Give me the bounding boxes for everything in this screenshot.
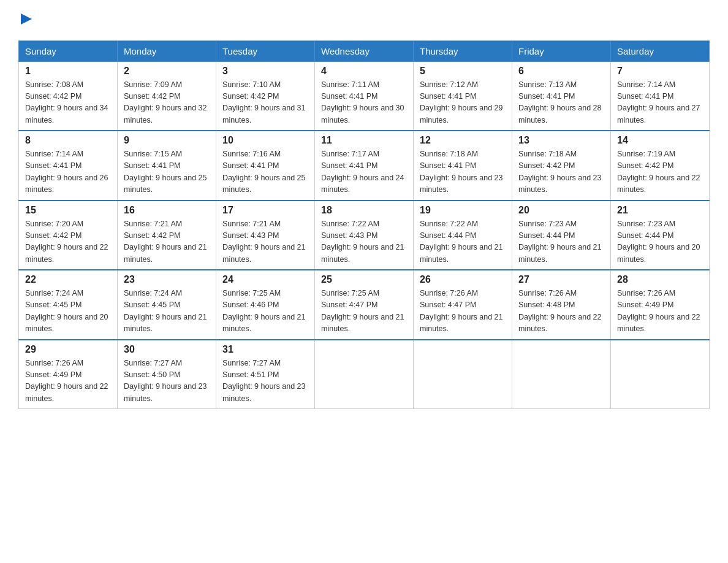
calendar-cell [512, 340, 611, 409]
calendar-cell: 3Sunrise: 7:10 AMSunset: 4:42 PMDaylight… [216, 61, 315, 131]
day-number: 31 [222, 344, 308, 355]
day-number: 16 [124, 205, 210, 216]
calendar-cell: 18Sunrise: 7:22 AMSunset: 4:43 PMDayligh… [315, 201, 414, 270]
calendar-cell [414, 340, 512, 409]
day-info: Sunrise: 7:09 AMSunset: 4:42 PMDaylight:… [124, 79, 210, 127]
calendar-cell: 14Sunrise: 7:19 AMSunset: 4:42 PMDayligh… [611, 131, 710, 201]
day-info: Sunrise: 7:17 AMSunset: 4:41 PMDaylight:… [321, 148, 407, 196]
day-header-monday: Monday [118, 40, 216, 61]
day-number: 14 [617, 135, 703, 146]
day-info: Sunrise: 7:13 AMSunset: 4:41 PMDaylight:… [518, 79, 604, 127]
day-info: Sunrise: 7:16 AMSunset: 4:41 PMDaylight:… [222, 148, 308, 196]
day-info: Sunrise: 7:18 AMSunset: 4:41 PMDaylight:… [420, 148, 506, 196]
day-number: 3 [222, 66, 308, 77]
day-info: Sunrise: 7:14 AMSunset: 4:41 PMDaylight:… [617, 79, 703, 127]
day-number: 18 [321, 205, 407, 216]
logo [18, 12, 33, 28]
calendar-cell: 26Sunrise: 7:26 AMSunset: 4:47 PMDayligh… [414, 270, 512, 340]
day-header-friday: Friday [512, 40, 611, 61]
day-number: 13 [518, 135, 604, 146]
day-info: Sunrise: 7:27 AMSunset: 4:50 PMDaylight:… [124, 358, 210, 405]
calendar-cell: 9Sunrise: 7:15 AMSunset: 4:41 PMDaylight… [118, 131, 216, 201]
day-header-sunday: Sunday [19, 40, 118, 61]
day-info: Sunrise: 7:26 AMSunset: 4:47 PMDaylight:… [420, 288, 506, 335]
calendar-week-1: 1Sunrise: 7:08 AMSunset: 4:42 PMDaylight… [19, 61, 710, 131]
day-info: Sunrise: 7:23 AMSunset: 4:44 PMDaylight:… [617, 218, 703, 266]
svg-marker-0 [21, 13, 32, 25]
day-info: Sunrise: 7:15 AMSunset: 4:41 PMDaylight:… [124, 148, 210, 196]
calendar-table: SundayMondayTuesdayWednesdayThursdayFrid… [18, 40, 710, 410]
calendar-cell [315, 340, 414, 409]
calendar-cell: 8Sunrise: 7:14 AMSunset: 4:41 PMDaylight… [19, 131, 118, 201]
calendar-cell: 31Sunrise: 7:27 AMSunset: 4:51 PMDayligh… [216, 340, 315, 409]
day-info: Sunrise: 7:10 AMSunset: 4:42 PMDaylight:… [222, 79, 308, 127]
day-info: Sunrise: 7:26 AMSunset: 4:49 PMDaylight:… [617, 288, 703, 335]
day-info: Sunrise: 7:21 AMSunset: 4:42 PMDaylight:… [124, 218, 210, 266]
day-number: 11 [321, 135, 407, 146]
calendar-cell: 12Sunrise: 7:18 AMSunset: 4:41 PMDayligh… [414, 131, 512, 201]
day-number: 29 [25, 344, 111, 355]
calendar-cell: 13Sunrise: 7:18 AMSunset: 4:42 PMDayligh… [512, 131, 611, 201]
calendar-cell: 7Sunrise: 7:14 AMSunset: 4:41 PMDaylight… [611, 61, 710, 131]
day-info: Sunrise: 7:24 AMSunset: 4:45 PMDaylight:… [25, 288, 111, 335]
calendar-cell: 30Sunrise: 7:27 AMSunset: 4:50 PMDayligh… [118, 340, 216, 409]
calendar-week-4: 22Sunrise: 7:24 AMSunset: 4:45 PMDayligh… [19, 270, 710, 340]
day-number: 19 [420, 205, 506, 216]
calendar-cell: 23Sunrise: 7:24 AMSunset: 4:45 PMDayligh… [118, 270, 216, 340]
calendar-cell: 10Sunrise: 7:16 AMSunset: 4:41 PMDayligh… [216, 131, 315, 201]
calendar-cell: 1Sunrise: 7:08 AMSunset: 4:42 PMDaylight… [19, 61, 118, 131]
day-number: 24 [222, 274, 308, 285]
day-number: 10 [222, 135, 308, 146]
day-header-row: SundayMondayTuesdayWednesdayThursdayFrid… [19, 40, 710, 61]
calendar-cell: 29Sunrise: 7:26 AMSunset: 4:49 PMDayligh… [19, 340, 118, 409]
day-number: 17 [222, 205, 308, 216]
calendar-cell: 17Sunrise: 7:21 AMSunset: 4:43 PMDayligh… [216, 201, 315, 270]
calendar-week-3: 15Sunrise: 7:20 AMSunset: 4:42 PMDayligh… [19, 201, 710, 270]
day-info: Sunrise: 7:21 AMSunset: 4:43 PMDaylight:… [222, 218, 308, 266]
day-info: Sunrise: 7:25 AMSunset: 4:46 PMDaylight:… [222, 288, 308, 335]
day-number: 22 [25, 274, 111, 285]
day-info: Sunrise: 7:26 AMSunset: 4:49 PMDaylight:… [25, 358, 111, 405]
day-number: 26 [420, 274, 506, 285]
day-info: Sunrise: 7:25 AMSunset: 4:47 PMDaylight:… [321, 288, 407, 335]
calendar-cell: 11Sunrise: 7:17 AMSunset: 4:41 PMDayligh… [315, 131, 414, 201]
day-number: 12 [420, 135, 506, 146]
calendar-cell: 4Sunrise: 7:11 AMSunset: 4:41 PMDaylight… [315, 61, 414, 131]
calendar-cell: 15Sunrise: 7:20 AMSunset: 4:42 PMDayligh… [19, 201, 118, 270]
calendar-cell [611, 340, 710, 409]
day-info: Sunrise: 7:18 AMSunset: 4:42 PMDaylight:… [518, 148, 604, 196]
day-number: 23 [124, 274, 210, 285]
day-number: 7 [617, 66, 703, 77]
day-info: Sunrise: 7:14 AMSunset: 4:41 PMDaylight:… [25, 148, 111, 196]
day-number: 6 [518, 66, 604, 77]
day-number: 8 [25, 135, 111, 146]
day-info: Sunrise: 7:19 AMSunset: 4:42 PMDaylight:… [617, 148, 703, 196]
day-info: Sunrise: 7:23 AMSunset: 4:44 PMDaylight:… [518, 218, 604, 266]
day-number: 1 [25, 66, 111, 77]
calendar-cell: 21Sunrise: 7:23 AMSunset: 4:44 PMDayligh… [611, 201, 710, 270]
day-number: 27 [518, 274, 604, 285]
day-header-saturday: Saturday [611, 40, 710, 61]
calendar-cell: 22Sunrise: 7:24 AMSunset: 4:45 PMDayligh… [19, 270, 118, 340]
day-number: 2 [124, 66, 210, 77]
day-number: 9 [124, 135, 210, 146]
day-header-wednesday: Wednesday [315, 40, 414, 61]
page-header [18, 12, 710, 28]
day-info: Sunrise: 7:11 AMSunset: 4:41 PMDaylight:… [321, 79, 407, 127]
calendar-week-5: 29Sunrise: 7:26 AMSunset: 4:49 PMDayligh… [19, 340, 710, 409]
calendar-cell: 28Sunrise: 7:26 AMSunset: 4:49 PMDayligh… [611, 270, 710, 340]
calendar-cell: 2Sunrise: 7:09 AMSunset: 4:42 PMDaylight… [118, 61, 216, 131]
calendar-week-2: 8Sunrise: 7:14 AMSunset: 4:41 PMDaylight… [19, 131, 710, 201]
calendar-cell: 5Sunrise: 7:12 AMSunset: 4:41 PMDaylight… [414, 61, 512, 131]
day-number: 21 [617, 205, 703, 216]
day-number: 30 [124, 344, 210, 355]
day-number: 20 [518, 205, 604, 216]
day-info: Sunrise: 7:12 AMSunset: 4:41 PMDaylight:… [420, 79, 506, 127]
day-number: 4 [321, 66, 407, 77]
calendar-cell: 16Sunrise: 7:21 AMSunset: 4:42 PMDayligh… [118, 201, 216, 270]
calendar-cell: 27Sunrise: 7:26 AMSunset: 4:48 PMDayligh… [512, 270, 611, 340]
day-info: Sunrise: 7:08 AMSunset: 4:42 PMDaylight:… [25, 79, 111, 127]
day-info: Sunrise: 7:22 AMSunset: 4:44 PMDaylight:… [420, 218, 506, 266]
calendar-cell: 20Sunrise: 7:23 AMSunset: 4:44 PMDayligh… [512, 201, 611, 270]
day-info: Sunrise: 7:20 AMSunset: 4:42 PMDaylight:… [25, 218, 111, 266]
